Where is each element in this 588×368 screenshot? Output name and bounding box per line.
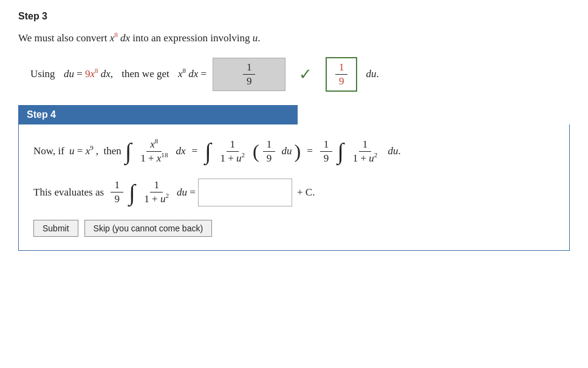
integral1-sign: ∫ <box>125 140 131 163</box>
correct-fraction-num: 1 <box>335 61 348 75</box>
frac-1-1pu2-last: 1 1 + u2 <box>349 138 381 165</box>
frac1-den: 1 + u2 <box>216 152 248 165</box>
du-text-last: du. <box>385 145 401 157</box>
step4-row2: This evaluates as 1 9 ∫ 1 1 + u2 du = + … <box>33 179 555 206</box>
step3-equation-row: Using du = 9x8 dx, then we get x8 dx = 1… <box>30 57 570 92</box>
intro-text2: dx <box>118 32 130 44</box>
step4-buttons-row: Submit Skip (you cannot come back) <box>33 220 555 237</box>
last-frac-num: 1 <box>359 138 372 152</box>
outer-frac-num: 1 <box>320 138 333 152</box>
inner-frac-num: 1 <box>263 138 276 152</box>
dx-text1: dx <box>176 145 185 157</box>
x8-expr: x8 dx = <box>178 68 207 80</box>
step4-header: Step 4 <box>18 105 298 124</box>
last-frac-den: 1 + u2 <box>349 152 381 165</box>
frac-x8-num: x8 <box>146 138 162 152</box>
du-eval: du = <box>177 186 196 199</box>
eval-frac2-den: 1 + u2 <box>140 193 173 206</box>
eval-frac-num: 1 <box>111 179 123 193</box>
frac-x8-den: 1 + x18 <box>137 152 171 165</box>
answer-fraction: 1 9 <box>243 61 256 88</box>
open-paren: ( <box>253 141 259 161</box>
correct-fraction: 1 9 <box>335 61 348 88</box>
frac1-num: 1 <box>227 138 239 152</box>
skip-button[interactable]: Skip (you cannot come back) <box>84 220 213 237</box>
frac-1-9-outer: 1 9 <box>320 138 333 165</box>
this-evaluates-text: This evaluates as <box>33 186 106 199</box>
integral2-sign: ∫ <box>205 140 211 163</box>
frac-1-9-eval: 1 9 <box>111 179 123 206</box>
submit-button[interactable]: Submit <box>33 220 78 237</box>
frac-1-9-inner: 1 9 <box>263 138 276 165</box>
du-text-inner: du <box>279 145 292 157</box>
correct-fraction-den: 9 <box>335 75 348 88</box>
intro-x8: x8 <box>110 32 118 44</box>
using-text: Using <box>30 68 58 80</box>
integral-eval-sign: ∫ <box>129 181 135 204</box>
step3-intro: We must also convert x8 dx into an expre… <box>18 30 570 46</box>
du-suffix: du. <box>363 68 379 80</box>
inner-frac-den: 9 <box>263 152 276 165</box>
du-expr: du = 9x8 dx, <box>64 68 113 80</box>
step4-container: Step 4 Now, if u = x9 , then ∫ x8 1 + x1… <box>18 105 570 251</box>
eq1: = <box>191 145 197 157</box>
checkmark-icon: ✓ <box>299 65 312 84</box>
frac-1-1pu2: 1 1 + u2 <box>216 138 248 165</box>
answer-box-input[interactable]: 1 9 <box>213 58 285 91</box>
final-answer-input[interactable] <box>198 179 292 206</box>
intro-text4: . <box>258 32 260 44</box>
eq2: = <box>307 145 313 157</box>
step4-row1: Now, if u = x9 , then ∫ x8 1 + x18 dx = … <box>33 138 555 165</box>
answer-fraction-num: 1 <box>243 61 256 75</box>
eval-frac-den: 9 <box>111 193 123 206</box>
now-if-text: Now, if <box>33 145 67 157</box>
correct-answer-box: 1 9 <box>326 57 357 92</box>
comma-then: , then <box>96 145 121 157</box>
step3-label: Step 3 <box>18 11 570 22</box>
eval-frac2-num: 1 <box>150 179 163 193</box>
frac-x8-1px18: x8 1 + x18 <box>137 138 171 165</box>
integral3-sign: ∫ <box>337 140 343 163</box>
intro-text1: We must also convert <box>18 32 110 44</box>
then-we-get: then we get <box>119 68 172 80</box>
u-equals-x9: u = x9 <box>69 145 94 157</box>
intro-text3: into an expression involving <box>130 32 253 44</box>
intro-u: u <box>253 32 258 44</box>
step4-section: Now, if u = x9 , then ∫ x8 1 + x18 dx = … <box>18 124 570 251</box>
frac-1-1pu2-eval: 1 1 + u2 <box>140 179 173 206</box>
answer-fraction-den: 9 <box>243 75 256 88</box>
close-paren: ) <box>295 141 301 161</box>
plus-c: + C. <box>295 186 315 199</box>
outer-frac-den: 9 <box>320 152 333 165</box>
